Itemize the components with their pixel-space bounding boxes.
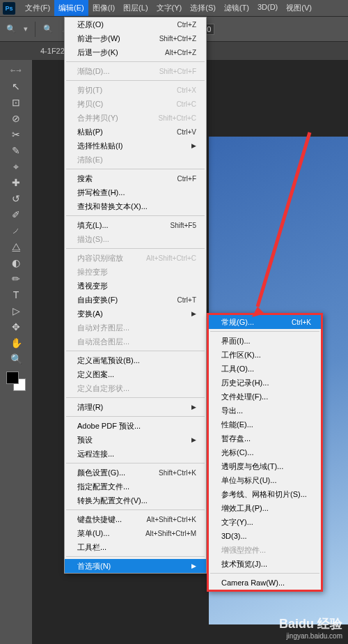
preferences-submenu: 常规(G)...Ctrl+K界面(I)...工作区(K)...工具(O)...历… (207, 313, 323, 592)
menu-item: 内容识别缩放Alt+Shift+Ctrl+C (65, 251, 206, 265)
tool-17[interactable]: 🔍 (8, 351, 24, 367)
menu-item[interactable]: 填充(L)...Shift+F5 (65, 218, 206, 232)
submenu-item[interactable]: 技术预览(J)... (209, 557, 321, 571)
menu-item[interactable]: 后退一步(K)Alt+Ctrl+Z (65, 45, 206, 59)
tool-9[interactable]: ⟋ (8, 223, 24, 238)
submenu-item[interactable]: 导出... (209, 404, 321, 417)
submenu-item[interactable]: 性能(E)... (209, 417, 321, 431)
menu-item[interactable]: 首选项(N)▶ (65, 559, 206, 573)
tool-5[interactable]: ⌖ (8, 159, 24, 174)
menu-item: 渐隐(D)...Shift+Ctrl+F (65, 64, 206, 78)
tool-panel: ⇽⇾↖⊡⊘✂✎⌖✚↺✐⟋⧋◐✏T▷✥✋🔍 (0, 60, 32, 644)
menu-8[interactable]: 视图(V) (282, 0, 316, 16)
menu-item[interactable]: 查找和替换文本(X)... (65, 199, 206, 213)
menu-item[interactable]: 转换为配置文件(V)... (65, 493, 206, 507)
submenu-item[interactable]: 界面(I)... (209, 334, 321, 348)
menu-item: 清除(E) (65, 153, 206, 167)
submenu-item[interactable]: 透明度与色域(T)... (209, 459, 321, 473)
submenu-item: 增强型控件... (209, 543, 321, 557)
menu-item[interactable]: 菜单(U)...Alt+Shift+Ctrl+M (65, 526, 206, 540)
tool-11[interactable]: ◐ (8, 255, 24, 270)
menu-item[interactable]: 粘贴(P)Ctrl+V (65, 125, 206, 139)
menu-item[interactable]: 变换(A)▶ (65, 307, 206, 321)
menu-7[interactable]: 3D(D) (253, 0, 282, 16)
tool-0[interactable]: ↖ (8, 79, 24, 94)
submenu-item[interactable]: 工具(O)... (209, 362, 321, 376)
menu-item[interactable]: 定义图案... (65, 367, 206, 381)
menu-0[interactable]: 文件(F) (21, 0, 54, 16)
tool-12[interactable]: ✏ (8, 271, 24, 286)
tool-2[interactable]: ⊘ (8, 111, 24, 126)
menu-3[interactable]: 图层(L) (119, 0, 152, 16)
menu-item[interactable]: 远程连接... (65, 447, 206, 461)
dropdown-arrow-icon[interactable]: ▾ (24, 24, 28, 33)
menu-item[interactable]: 透视变形 (65, 279, 206, 293)
menu-item: 合并拷贝(Y)Shift+Ctrl+C (65, 111, 206, 125)
menu-item[interactable]: 搜索Ctrl+F (65, 171, 206, 185)
submenu-item[interactable]: 增效工具(P)... (209, 501, 321, 515)
zoom-in-icon[interactable]: 🔍 (42, 24, 54, 35)
tool-16[interactable]: ✋ (8, 335, 24, 351)
ps-logo: Ps (3, 2, 15, 15)
menu-item[interactable]: 定义画笔预设(B)... (65, 353, 206, 367)
tool-8[interactable]: ✐ (8, 207, 24, 222)
menu-item: 定义自定形状... (65, 381, 206, 395)
menu-6[interactable]: 滤镜(T) (220, 0, 253, 16)
menu-item[interactable]: 工具栏... (65, 540, 206, 554)
menu-item[interactable]: 前进一步(W)Shift+Ctrl+Z (65, 31, 206, 45)
menu-item[interactable]: 还原(O)Ctrl+Z (65, 17, 206, 31)
watermark: Baidu 经验 jingyan.baidu.com (279, 615, 342, 640)
menu-item: 自动对齐图层... (65, 321, 206, 335)
menu-item[interactable]: 选择性粘贴(I)▶ (65, 139, 206, 153)
submenu-item[interactable]: 参考线、网格和切片(S)... (209, 487, 321, 501)
color-swatch[interactable] (6, 371, 26, 391)
menu-item[interactable]: 颜色设置(G)...Shift+Ctrl+K (65, 466, 206, 480)
menu-4[interactable]: 文字(Y) (152, 0, 187, 16)
menu-item: 拷贝(C)Ctrl+C (65, 97, 206, 111)
menu-item[interactable]: 拼写检查(H)... (65, 185, 206, 199)
menu-item[interactable]: Adobe PDF 预设... (65, 419, 206, 433)
menu-item[interactable]: 清理(R)▶ (65, 400, 206, 414)
menu-item: 自动混合图层... (65, 335, 206, 348)
menu-item: 描边(S)... (65, 232, 206, 246)
tool-1[interactable]: ⊡ (8, 95, 24, 110)
submenu-item[interactable]: 暂存盘... (209, 431, 321, 445)
submenu-item[interactable]: 光标(C)... (209, 445, 321, 459)
menu-item: 剪切(T)Ctrl+X (65, 83, 206, 97)
tool-6[interactable]: ✚ (8, 175, 24, 190)
menubar: Ps 文件(F)编辑(E)图像(I)图层(L)文字(Y)选择(S)滤镜(T)3D… (0, 0, 348, 17)
submenu-item[interactable]: 单位与标尺(U)... (209, 473, 321, 487)
tool-13[interactable]: T (8, 287, 24, 302)
submenu-item[interactable]: 工作区(K)... (209, 348, 321, 362)
menu-5[interactable]: 选择(S) (186, 0, 220, 16)
tool-3[interactable]: ✂ (8, 127, 24, 142)
submenu-item[interactable]: 文件处理(F)... (209, 390, 321, 404)
tool-7[interactable]: ↺ (8, 191, 24, 206)
menu-item[interactable]: 预设▶ (65, 433, 206, 447)
submenu-item[interactable]: 常规(G)...Ctrl+K (209, 315, 321, 329)
menu-item[interactable]: 键盘快捷键...Alt+Shift+Ctrl+K (65, 512, 206, 526)
tool-14[interactable]: ▷ (8, 303, 24, 319)
tool-4[interactable]: ✎ (8, 143, 24, 158)
menu-item[interactable]: 指定配置文件... (65, 480, 206, 493)
collapse-icon[interactable]: ⇽⇾ (8, 63, 24, 78)
tool-10[interactable]: ⧋ (8, 239, 24, 254)
submenu-item[interactable]: 文字(Y)... (209, 515, 321, 529)
tool-15[interactable]: ✥ (8, 319, 24, 335)
submenu-item[interactable]: Camera Raw(W)... (209, 576, 321, 590)
submenu-item[interactable]: 历史记录(H)... (209, 376, 321, 390)
menu-2[interactable]: 图像(I) (88, 0, 119, 16)
submenu-item[interactable]: 3D(3)... (209, 529, 321, 543)
menu-1[interactable]: 编辑(E) (54, 0, 88, 16)
zoom-tool-icon: 🔍 (6, 24, 17, 35)
edit-menu-dropdown: 还原(O)Ctrl+Z前进一步(W)Shift+Ctrl+Z后退一步(K)Alt… (64, 17, 207, 574)
menu-item: 操控变形 (65, 265, 206, 279)
menu-item[interactable]: 自由变换(F)Ctrl+T (65, 293, 206, 307)
